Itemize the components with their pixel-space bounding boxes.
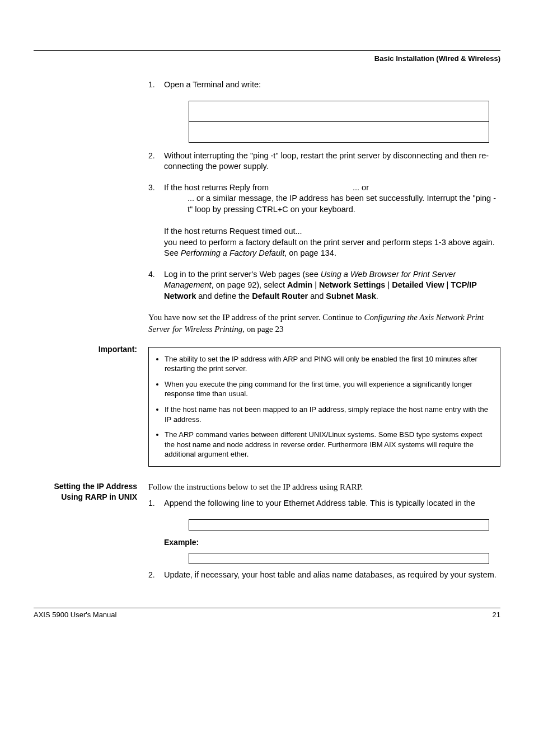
s4-mid: , on page 92), select <box>212 280 287 289</box>
closing-pre: You have now set the IP address of the p… <box>148 313 364 322</box>
s3-para2c-post: , on page 134. <box>284 248 336 257</box>
important-bullet: The ARP command varies between different… <box>165 430 492 459</box>
step-number: 4. <box>148 269 164 302</box>
rarp-step-2: 2. Update, if necessary, your host table… <box>148 570 500 581</box>
s4-mid2: and define the <box>196 292 252 300</box>
footer-left: AXIS 5900 User's Manual <box>34 611 116 619</box>
closing-post: , on page 23 <box>242 325 283 334</box>
s3-para2c-em: Performing a Factory Default <box>181 248 284 257</box>
s3-para2a: If the host returns Request timed out... <box>164 227 302 236</box>
s3-line2: ... or a similar message, the IP address… <box>188 193 500 215</box>
step-text: Append the following line to your Ethern… <box>164 498 500 509</box>
closing-paragraph: You have now set the IP address of the p… <box>148 312 500 335</box>
s4-sep1: | <box>312 280 319 289</box>
s4-sep2: | <box>385 280 392 289</box>
important-bullet: When you execute the ping command for th… <box>165 379 492 399</box>
important-box: The ability to set the IP address with A… <box>148 347 500 467</box>
rarp-heading: Setting the IP Address Using RARP in UNI… <box>34 481 137 591</box>
step-number: 3. <box>148 182 164 259</box>
step-4: 4. Log in to the print server's Web page… <box>148 269 500 302</box>
s4-sep3: | <box>444 280 451 289</box>
step-text: Open a Terminal and write: <box>164 79 500 91</box>
command-row-1 <box>189 101 489 121</box>
important-bullet: The ability to set the IP address with A… <box>165 354 492 374</box>
rarp-intro: Follow the instructions below to set the… <box>148 481 500 492</box>
s3-line1b: ... or <box>353 183 369 192</box>
step-text: If the host returns Reply from... or ...… <box>164 182 500 259</box>
s4-end: . <box>376 292 378 300</box>
example-box <box>189 553 489 564</box>
command-row-2 <box>189 121 489 142</box>
step-text: Update, if necessary, your host table an… <box>164 570 500 581</box>
s4-pre: Log in to the print server's Web pages (… <box>164 270 321 279</box>
s4-b6: Subnet Mask <box>326 292 376 300</box>
important-bullet: If the host name has not been mapped to … <box>165 405 492 424</box>
step-3: 3. If the host returns Reply from... or … <box>148 182 500 259</box>
step-number: 1. <box>148 498 164 509</box>
step-2: 2. Without interrupting the "ping -t" lo… <box>148 151 500 172</box>
s3-para2c-pre: See <box>164 248 181 257</box>
step-text: Without interrupting the "ping -t" loop,… <box>164 151 500 172</box>
s4-b3: Detailed View <box>392 280 444 289</box>
rarp-step-1: 1. Append the following line to your Eth… <box>148 498 500 509</box>
important-label: Important: <box>34 345 137 481</box>
s4-b1: Admin <box>287 280 312 289</box>
s4-b5: Default Router <box>252 292 308 300</box>
running-header: Basic Installation (Wired & Wireless) <box>34 54 500 63</box>
step-number: 1. <box>148 79 164 91</box>
s3-line1a: If the host returns Reply from <box>164 183 269 192</box>
example-label: Example: <box>164 537 500 548</box>
s3-para2b: you need to perform a factory default on… <box>164 238 495 247</box>
command-box-stack <box>189 101 489 143</box>
footer-page-number: 21 <box>493 611 500 619</box>
ethernet-table-box <box>189 519 489 530</box>
step-1: 1. Open a Terminal and write: <box>148 79 500 91</box>
step-number: 2. <box>148 151 164 172</box>
s4-b2: Network Settings <box>319 280 385 289</box>
step-number: 2. <box>148 570 164 581</box>
s4-mid3: and <box>308 292 326 300</box>
step-text: Log in to the print server's Web pages (… <box>164 269 500 302</box>
